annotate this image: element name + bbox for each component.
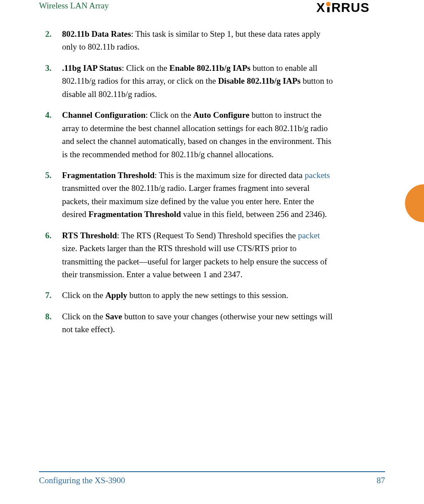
item-number: 6. <box>45 229 62 281</box>
item-body: Fragmentation Threshold: This is the max… <box>62 169 335 221</box>
page-header: Wireless LAN Array X RRUS <box>0 0 424 14</box>
item-body: Channel Configuration: Click on the Auto… <box>62 109 335 161</box>
list-item: 6.RTS Threshold: The RTS (Request To Sen… <box>45 229 335 281</box>
item-number: 8. <box>45 310 62 336</box>
item-number: 2. <box>45 27 62 54</box>
item-body: 802.11b Data Rates: This task is similar… <box>62 27 335 54</box>
item-body: RTS Threshold: The RTS (Request To Send)… <box>62 229 335 281</box>
item-body: Click on the Save button to save your ch… <box>62 310 335 336</box>
item-number: 4. <box>45 109 62 161</box>
item-body: Click on the Apply button to apply the n… <box>62 289 335 302</box>
xirrus-logo-icon: X RRUS <box>316 1 385 14</box>
item-number: 7. <box>45 289 62 302</box>
document-title: Wireless LAN Array <box>39 1 109 11</box>
glossary-link[interactable]: packets <box>305 171 330 180</box>
item-title: Channel Configuration <box>62 110 145 120</box>
bold-term: Auto Configure <box>193 110 249 120</box>
logo: X RRUS <box>316 1 385 14</box>
item-number: 3. <box>45 62 62 101</box>
list-item: 4.Channel Configuration: Click on the Au… <box>45 109 335 161</box>
item-title: Fragmentation Threshold <box>62 171 155 180</box>
list-item: 8.Click on the Save button to save your … <box>45 310 335 336</box>
list-item: 2.802.11b Data Rates: This task is simil… <box>45 27 335 54</box>
page-footer: Configuring the XS-3900 87 <box>39 471 385 485</box>
list-item: 7.Click on the Apply button to apply the… <box>45 289 335 302</box>
svg-text:X: X <box>316 1 325 14</box>
item-number: 5. <box>45 169 62 221</box>
list-item: 3..11bg IAP Status: Click on the Enable … <box>45 62 335 101</box>
footer-section: Configuring the XS-3900 <box>39 476 125 485</box>
item-title: .11bg IAP Status <box>62 63 122 73</box>
list-item: 5.Fragmentation Threshold: This is the m… <box>45 169 335 221</box>
glossary-link[interactable]: packet <box>298 231 320 240</box>
svg-point-2 <box>326 2 331 7</box>
item-title: 802.11b Data Rates <box>62 29 131 39</box>
bold-term: Enable 802.11b/g IAPs <box>169 63 250 73</box>
svg-text:RRUS: RRUS <box>331 1 370 14</box>
content-body: 2.802.11b Data Rates: This task is simil… <box>0 14 424 336</box>
item-title: RTS Threshold <box>62 231 117 240</box>
item-body: .11bg IAP Status: Click on the Enable 80… <box>62 62 335 101</box>
bold-term: Apply <box>105 291 128 300</box>
svg-rect-3 <box>327 7 330 12</box>
footer-page-number: 87 <box>377 476 385 485</box>
bold-term: Fragmentation Threshold <box>89 209 181 219</box>
bold-term: Save <box>105 312 122 321</box>
bold-term: Disable 802.11b/g IAPs <box>218 76 300 85</box>
